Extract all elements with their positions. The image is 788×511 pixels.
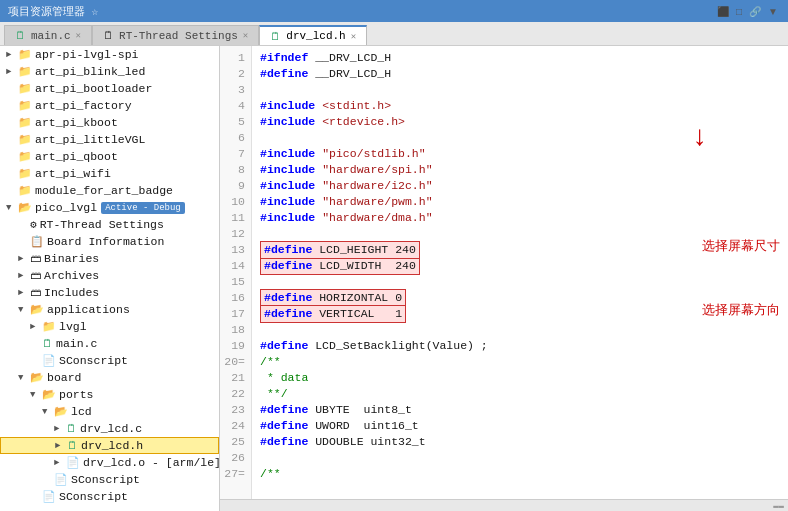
folder-open-icon: 📂 [18, 201, 32, 214]
tree-item-art-pi-wifi[interactable]: 📁 art_pi_wifi [0, 165, 219, 182]
tree-label: RT-Thread Settings [40, 218, 164, 231]
code-line-23: #define UBYTE uint8_t [260, 402, 780, 418]
code-line-5: #include <rtdevice.h> [260, 114, 780, 130]
tree-item-main-c[interactable]: 🗒 main.c [0, 335, 219, 352]
tab-main-c-close[interactable]: ✕ [76, 30, 81, 41]
code-area[interactable]: 1 2 3 4 5 6 7 8 9 10 11 12 13 14 15 16 1… [220, 46, 788, 499]
folder-icon: 📁 [18, 133, 32, 146]
tree-label-sconscript-lcd: SConscript [71, 473, 140, 486]
tree-arrow: ▼ [42, 407, 54, 417]
tree-label-pico-lvgl: pico_lvgl [35, 201, 97, 214]
tree-item-art-pi-blink-led[interactable]: ► 📁 art_pi_blink_led [0, 63, 219, 80]
folder-icon: 📁 [42, 320, 56, 333]
tree-label: module_for_art_badge [35, 184, 173, 197]
tree-item-art-pi-bootloader[interactable]: 📁 art_pi_bootloader [0, 80, 219, 97]
tree-label-applications: applications [47, 303, 130, 316]
tree-label: art_pi_factory [35, 99, 132, 112]
scroll-indicator: ▬▬ [773, 501, 784, 511]
tree-label-main-c: main.c [56, 337, 97, 350]
folder-icon: 📁 [18, 167, 32, 180]
tree-item-pico-lvgl[interactable]: ▼ 📂 pico_lvgl Active - Debug [0, 199, 219, 216]
file-o-icon: 📄 [66, 456, 80, 469]
folder-icon: 📁 [18, 116, 32, 129]
folder-icon: 📁 [18, 99, 32, 112]
tree-item-lcd[interactable]: ▼ 📂 lcd [0, 403, 219, 420]
file-icon: 📄 [42, 490, 56, 503]
tree-item-art-pi-factory[interactable]: 📁 art_pi_factory [0, 97, 219, 114]
binaries-icon: 🗃 [30, 252, 41, 265]
tree-label-lvgl: lvgl [59, 320, 87, 333]
tree-item-sconscript-board[interactable]: 📄 SConscript [0, 488, 219, 505]
tree-item-board[interactable]: ▼ 📂 board [0, 369, 219, 386]
link-btn[interactable]: 🔗 [747, 5, 763, 18]
tab-drv-lcd[interactable]: 🗒 drv_lcd.h ✕ [259, 25, 367, 45]
tree-item-applications[interactable]: ▼ 📂 applications [0, 301, 219, 318]
folder-icon: 📁 [18, 65, 32, 78]
file-c-icon: 🗒 [66, 422, 77, 435]
tab-rt-thread[interactable]: 🗒 RT-Thread Settings ✕ [92, 25, 259, 45]
tree-item-apr-pi-lvgl-spi[interactable]: ► 📁 apr-pi-lvgl-spi [0, 46, 219, 63]
tree-item-sconscript-lcd[interactable]: 📄 SConscript [0, 471, 219, 488]
tab-main-c-icon: 🗒 [15, 29, 26, 42]
tab-main-c[interactable]: 🗒 main.c ✕ [4, 25, 92, 45]
tree-item-binaries[interactable]: ► 🗃 Binaries [0, 250, 219, 267]
tree-item-art-pi-qboot[interactable]: 📁 art_pi_qboot [0, 148, 219, 165]
expand-btn[interactable]: □ [734, 5, 744, 18]
tree-label: art_pi_blink_led [35, 65, 145, 78]
tree-item-drv-lcd-o[interactable]: ► 📄 drv_lcd.o - [arm/le] [0, 454, 219, 471]
tree-item-art-pi-kboot[interactable]: 📁 art_pi_kboot [0, 114, 219, 131]
tree-item-rt-thread-settings[interactable]: ⚙ RT-Thread Settings [0, 216, 219, 233]
tree-arrow: ► [54, 424, 66, 434]
tree-item-includes[interactable]: ► 🗃 Includes [0, 284, 219, 301]
code-line-10: #include "hardware/pwm.h" [260, 194, 780, 210]
code-line-11: #include "hardware/dma.h" [260, 210, 780, 226]
tree-label-archives: Archives [44, 269, 99, 282]
code-line-24: #define UWORD uint16_t [260, 418, 780, 434]
tree-label: art_pi_qboot [35, 150, 118, 163]
right-panel: 1 2 3 4 5 6 7 8 9 10 11 12 13 14 15 16 1… [220, 46, 788, 511]
code-line-16: #define HORIZONTAL 0 [260, 290, 780, 306]
tree-arrow: ► [18, 254, 30, 264]
tab-bar: 🗒 main.c ✕ 🗒 RT-Thread Settings ✕ 🗒 drv_… [0, 22, 788, 46]
code-line-9: #include "hardware/i2c.h" [260, 178, 780, 194]
tree-item-archives[interactable]: ► 🗃 Archives [0, 267, 219, 284]
tree-arrow: ► [54, 458, 66, 468]
tree-item-lvgl[interactable]: ► 📁 lvgl [0, 318, 219, 335]
tree-label-drv-lcd-c: drv_lcd.c [80, 422, 142, 435]
tree-item-module-for-art-badge[interactable]: 📁 module_for_art_badge [0, 182, 219, 199]
folder-open-icon: 📂 [30, 371, 44, 384]
tree-label-lcd: lcd [71, 405, 92, 418]
tree-arrow: ► [6, 67, 18, 77]
settings-icon: ⚙ [30, 218, 37, 231]
code-line-12 [260, 226, 780, 242]
line-numbers: 1 2 3 4 5 6 7 8 9 10 11 12 13 14 15 16 1… [220, 46, 252, 499]
status-bar: ▬▬ [220, 499, 788, 511]
tab-drv-lcd-close[interactable]: ✕ [351, 31, 356, 42]
tree-item-board-information[interactable]: 📋 Board Information [0, 233, 219, 250]
board-info-icon: 📋 [30, 235, 44, 248]
tree-item-art-pi-littlevgl[interactable]: 📁 art_pi_littleVGL [0, 131, 219, 148]
tree-label-drv-lcd-h: drv_lcd.h [81, 439, 143, 452]
tree-item-ports[interactable]: ▼ 📂 ports [0, 386, 219, 403]
tree-item-drv-lcd-h[interactable]: ► 🗒 drv_lcd.h [0, 437, 219, 454]
menu-btn[interactable]: ▼ [766, 5, 780, 18]
tree-arrow: ► [18, 271, 30, 281]
tree-label-board-info: Board Information [47, 235, 164, 248]
tab-drv-lcd-label: drv_lcd.h [286, 30, 345, 42]
tree-arrow: ► [30, 322, 42, 332]
code-line-26 [260, 450, 780, 466]
collapse-btn[interactable]: ⬛ [715, 5, 731, 18]
code-line-18 [260, 322, 780, 338]
tree-label-ports: ports [59, 388, 94, 401]
folder-icon: 📁 [18, 150, 32, 163]
active-debug-badge: Active - Debug [101, 202, 185, 214]
tree-arrow: ▼ [6, 203, 18, 213]
tree-item-drv-lcd-c[interactable]: ► 🗒 drv_lcd.c [0, 420, 219, 437]
left-panel: ► 📁 apr-pi-lvgl-spi ► 📁 art_pi_blink_led… [0, 46, 220, 511]
tree-label: art_pi_bootloader [35, 82, 152, 95]
tree-item-sconscript-app[interactable]: 📄 SConscript [0, 352, 219, 369]
archives-icon: 🗃 [30, 269, 41, 282]
tab-rt-thread-close[interactable]: ✕ [243, 30, 248, 41]
panel-toolbar: ⬛ □ 🔗 ▼ [715, 5, 780, 18]
code-line-25: #define UDOUBLE uint32_t [260, 434, 780, 450]
